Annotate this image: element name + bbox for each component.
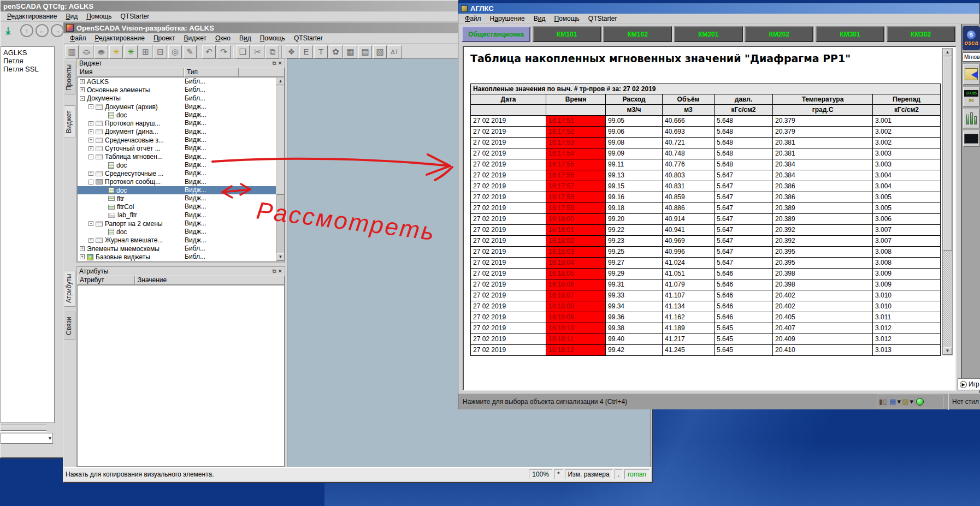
export-doc-icon[interactable]: ▨	[902, 398, 908, 405]
dock-float-icon[interactable]: ⧉	[272, 60, 276, 67]
menu-item-1[interactable]: Вид	[61, 12, 82, 21]
expand-icon[interactable]: +	[80, 87, 85, 92]
widget-edit-icon[interactable]: ✎	[183, 45, 197, 58]
tab-obshestancionka[interactable]: Общестанционка	[462, 26, 530, 42]
redo-icon[interactable]: ↷	[217, 45, 231, 58]
side-tab-attributes[interactable]: Атрибуты	[64, 271, 75, 307]
column-header[interactable]: Время	[546, 94, 606, 105]
table-row[interactable]: 27 02 201916:17:5799.1540.8315.64720.386…	[471, 181, 941, 192]
flower-icon[interactable]: ✿	[329, 45, 343, 58]
scroll-up-icon[interactable]: ▲	[943, 49, 952, 56]
table-row[interactable]: 27 02 201916:17:5399.0840.7215.64820.381…	[471, 138, 941, 148]
bars-widget-button[interactable]	[963, 109, 979, 128]
aglks-titlebar[interactable]: АГЛКС	[458, 3, 979, 14]
tree-row[interactable]: +Основные элементыБибл...	[78, 86, 284, 94]
tree-row[interactable]: +Суточный отчёт ...Видж...	[78, 144, 284, 152]
widget-props-icon[interactable]: ◎	[168, 45, 182, 58]
expand-icon[interactable]: +	[88, 129, 93, 134]
table-row[interactable]: 27 02 201916:18:0899.3441.1345.64620.402…	[471, 301, 941, 312]
tree-row[interactable]: fltrColВидж...	[78, 203, 284, 211]
table-row[interactable]: 27 02 201916:17:5899.1640.8595.64720.386…	[471, 192, 941, 203]
tree-row[interactable]: -Документ (архив)Видж...	[78, 103, 284, 111]
tab-км301[interactable]: КМ301	[816, 26, 884, 42]
menu-item-5[interactable]: Вид	[235, 34, 256, 43]
tree-row[interactable]: Textlab_fltrВидж...	[78, 211, 284, 219]
collapse-icon[interactable]: -	[88, 221, 93, 226]
report-icon[interactable]: ▤	[358, 45, 372, 58]
menu-item-7[interactable]: QTStarter	[290, 34, 327, 43]
column-header[interactable]: Объём	[663, 94, 715, 105]
menu-item-2[interactable]: Вид	[529, 14, 550, 23]
list-item[interactable]: Петля	[1, 57, 54, 65]
menu-item-2[interactable]: Помощь	[82, 12, 116, 21]
tree-row[interactable]: +Среднечасовые з...Видж...	[78, 136, 284, 144]
diagram-icon[interactable]: ▦	[344, 45, 357, 58]
new-widget-icon[interactable]: ▥	[65, 45, 79, 58]
document-scrollbar[interactable]: ▲ ▼	[942, 48, 953, 355]
table-row[interactable]: 27 02 201916:18:0099.2040.9145.64720.389…	[471, 214, 941, 225]
undo-icon[interactable]: ↶	[202, 45, 216, 58]
tree-row[interactable]: -Рапорт на 2 сменыВидж...	[78, 219, 284, 228]
scroll-track[interactable]	[943, 251, 952, 347]
side-tab-projects[interactable]: Проекты	[64, 62, 75, 94]
table-row[interactable]: 27 02 201916:17:5199.0540.6665.64820.379…	[471, 116, 941, 127]
expand-icon[interactable]: +	[88, 121, 93, 126]
expand-icon[interactable]: +	[88, 146, 93, 151]
table-row[interactable]: 27 02 201916:18:0999.3641.1625.64620.405…	[471, 312, 941, 323]
dock-close-icon[interactable]: ✕	[278, 60, 282, 67]
paste-icon[interactable]: ⧉	[265, 45, 279, 58]
load-db-icon[interactable]: ⤓	[2, 23, 15, 38]
column-header[interactable]: Дата	[471, 94, 546, 105]
tab-км101[interactable]: КМ101	[533, 26, 601, 42]
tab-км201[interactable]: КМ201	[674, 26, 743, 42]
table-row[interactable]: 27 02 201916:17:5299.0640.6935.64820.379…	[471, 127, 941, 138]
collapse-icon[interactable]: -	[88, 180, 93, 184]
values-doc-icon[interactable]: ΔT	[388, 45, 402, 58]
tree-row[interactable]: +AGLKSБибл...	[78, 78, 284, 86]
widget-del-icon[interactable]: ⊟	[154, 45, 167, 58]
mode-combo[interactable]: Мгнове	[963, 52, 980, 62]
expand-icon[interactable]: +	[80, 254, 85, 259]
scroll-down-icon[interactable]: ▼	[276, 253, 285, 261]
dock-close-icon[interactable]: ✕	[278, 268, 282, 275]
tree-row[interactable]: docВидж...	[78, 161, 284, 169]
column-header[interactable]: давл.	[715, 94, 773, 105]
collapse-icon[interactable]: -	[88, 104, 93, 109]
tree-row[interactable]: +✳Базовые виджетыБибл...	[78, 253, 284, 261]
export-dropdown-icon[interactable]: ▾	[910, 398, 913, 405]
menu-item-1[interactable]: Редактирование	[91, 34, 149, 43]
tree-scrollbar[interactable]: ▲ ▼	[276, 78, 284, 261]
table-row[interactable]: 27 02 201916:17:5699.1340.8035.64720.384…	[471, 170, 941, 181]
table-row[interactable]: 27 02 201916:18:1299.4241.2455.64520.410…	[471, 345, 941, 356]
excel-doc-icon[interactable]: E	[299, 45, 313, 58]
menu-item-4[interactable]: QTStarter	[584, 14, 622, 23]
db-load-icon[interactable]: ⛀	[80, 45, 93, 58]
menu-item-0[interactable]: Файл	[66, 34, 91, 43]
tree-row[interactable]: +Среднесуточные ...Видж...	[78, 169, 284, 177]
archive-icon[interactable]: ▮▯	[879, 398, 887, 405]
tree-row[interactable]: +Журнал вмешате...Видж...	[78, 236, 284, 245]
scroll-up-icon[interactable]: ▲	[276, 78, 285, 85]
scroll-thumb[interactable]	[943, 57, 952, 251]
cut-icon[interactable]: ✂	[251, 45, 264, 58]
column-type[interactable]: Тип	[184, 68, 239, 77]
table-row[interactable]: 27 02 201916:18:0299.2340.9695.64720.392…	[471, 236, 941, 247]
table-row[interactable]: 27 02 201916:18:1099.3841.1895.64520.407…	[471, 323, 941, 334]
scroll-thumb[interactable]	[276, 86, 285, 195]
table-row[interactable]: 27 02 201916:17:5999.1840.8865.64720.389…	[471, 203, 941, 214]
menu-item-0[interactable]: Редактирование	[3, 12, 61, 21]
collapse-icon[interactable]: -	[80, 96, 85, 101]
table-row[interactable]: 27 02 201916:17:5599.1140.7765.64820.384…	[471, 159, 941, 170]
qtcfg-splitter[interactable]	[1, 425, 46, 426]
dock-float-icon[interactable]: ⧉	[272, 268, 276, 275]
menu-item-3[interactable]: Помощь	[550, 14, 583, 23]
tree-row[interactable]: fltrВидж...	[78, 194, 284, 203]
table-row[interactable]: 27 02 201916:17:5499.0940.7485.64820.381…	[471, 148, 941, 159]
tree-row[interactable]: +Протокол наруш...Видж...	[78, 119, 284, 127]
copy-icon[interactable]: ❏	[236, 45, 250, 58]
table-row[interactable]: 27 02 201916:18:0799.3341.1075.64620.402…	[471, 290, 941, 301]
menu-item-4[interactable]: Окно	[211, 34, 235, 43]
widget-add-icon[interactable]: ⊞	[139, 45, 152, 58]
forward-icon[interactable]: →	[51, 24, 64, 37]
expand-icon[interactable]: +	[88, 171, 93, 176]
